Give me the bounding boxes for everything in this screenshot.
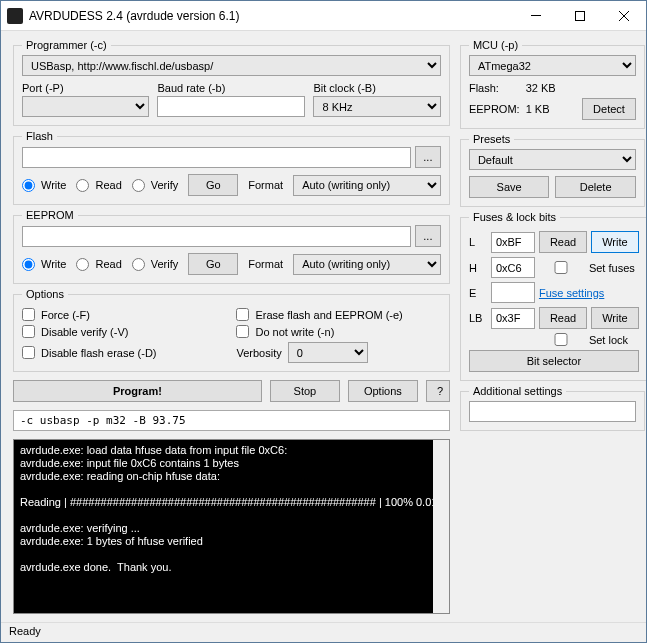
options-button[interactable]: Options [348,380,418,402]
mcu-flash-label: Flash: [469,82,520,94]
lock-read-button[interactable]: Read [539,307,587,329]
flash-read-radio[interactable]: Read [76,179,121,192]
eeprom-legend: EEPROM [22,209,78,221]
preset-delete-button[interactable]: Delete [555,176,636,198]
fuse-e-input[interactable] [491,282,535,303]
mcu-flash-value: 32 KB [526,82,576,94]
eeprom-format-label: Format [248,258,283,270]
verbosity-label: Verbosity [236,347,281,359]
disable-verify-checkbox[interactable]: Disable verify (-V) [22,325,226,338]
flash-write-radio[interactable]: Write [22,179,66,192]
minimize-button[interactable] [514,2,558,30]
svg-rect-0 [531,15,541,16]
programmer-legend: Programmer (-c) [22,39,111,51]
fuses-legend: Fuses & lock bits [469,211,560,223]
mcu-eeprom-label: EEPROM: [469,103,520,115]
eeprom-format-select[interactable]: Auto (writing only) [293,254,441,275]
eeprom-browse-button[interactable]: ... [415,225,441,247]
fuse-h-label: H [469,262,487,274]
programmer-select[interactable]: USBasp, http://www.fischl.de/usbasp/ [22,55,441,76]
help-button[interactable]: ? [426,380,450,402]
bit-selector-button[interactable]: Bit selector [469,350,639,372]
flash-go-button[interactable]: Go [188,174,238,196]
eeprom-write-radio[interactable]: Write [22,258,66,271]
programmer-group: Programmer (-c) USBasp, http://www.fisch… [13,39,450,126]
maximize-button[interactable] [558,2,602,30]
window-title: AVRDUDESS 2.4 (avrdude version 6.1) [29,9,514,23]
flash-format-select[interactable]: Auto (writing only) [293,175,441,196]
verbosity-select[interactable]: 0 [288,342,368,363]
baud-label: Baud rate (-b) [157,82,305,94]
additional-legend: Additional settings [469,385,566,397]
console-scrollbar[interactable] [433,440,449,613]
console-output[interactable]: avrdude.exe: load data hfuse data from i… [13,439,450,614]
fuse-settings-link[interactable]: Fuse settings [539,287,639,299]
detect-button[interactable]: Detect [582,98,636,120]
eeprom-read-radio[interactable]: Read [76,258,121,271]
svg-rect-1 [576,11,585,20]
flash-format-label: Format [248,179,283,191]
port-select[interactable] [22,96,149,117]
mcu-select[interactable]: ATmega32 [469,55,636,76]
fuse-write-button[interactable]: Write [591,231,639,253]
status-bar: Ready [1,622,646,642]
fuse-h-input[interactable] [491,257,535,278]
port-label: Port (-P) [22,82,149,94]
flash-group: Flash ... Write Read Verify Go Format Au… [13,130,450,205]
mcu-legend: MCU (-p) [469,39,522,51]
bitclock-label: Bit clock (-B) [313,82,440,94]
options-group: Options Force (-F) Erase flash and EEPRO… [13,288,450,372]
set-fuses-checkbox[interactable]: Set fuses [539,261,639,274]
fuse-read-button[interactable]: Read [539,231,587,253]
presets-select[interactable]: Default [469,149,636,170]
mcu-group: MCU (-p) ATmega32 Flash: 32 KB EEPROM: 1… [460,39,645,129]
close-button[interactable] [602,2,646,30]
erase-checkbox[interactable]: Erase flash and EEPROM (-e) [236,308,440,321]
eeprom-file-input[interactable] [22,226,411,247]
presets-group: Presets Default Save Delete [460,133,645,207]
flash-legend: Flash [22,130,57,142]
eeprom-verify-radio[interactable]: Verify [132,258,179,271]
fuses-group: Fuses & lock bits L Read Write H Set fus… [460,211,646,381]
additional-input[interactable] [469,401,636,422]
baud-input[interactable] [157,96,305,117]
no-write-checkbox[interactable]: Do not write (-n) [236,325,440,338]
preset-save-button[interactable]: Save [469,176,550,198]
lock-write-button[interactable]: Write [591,307,639,329]
additional-group: Additional settings [460,385,645,431]
app-icon [7,8,23,24]
presets-legend: Presets [469,133,514,145]
set-lock-checkbox[interactable]: Set lock [539,333,639,346]
fuse-l-input[interactable] [491,232,535,253]
titlebar: AVRDUDESS 2.4 (avrdude version 6.1) [1,1,646,31]
eeprom-go-button[interactable]: Go [188,253,238,275]
fuse-lb-input[interactable] [491,308,535,329]
flash-file-input[interactable] [22,147,411,168]
stop-button[interactable]: Stop [270,380,340,402]
program-button[interactable]: Program! [13,380,262,402]
force-checkbox[interactable]: Force (-F) [22,308,226,321]
mcu-eeprom-value: 1 KB [526,103,576,115]
options-legend: Options [22,288,68,300]
command-line: -c usbasp -p m32 -B 93.75 [13,410,450,431]
fuse-l-label: L [469,236,487,248]
disable-flash-erase-checkbox[interactable]: Disable flash erase (-D) [22,342,226,363]
fuse-e-label: E [469,287,487,299]
flash-verify-radio[interactable]: Verify [132,179,179,192]
bitclock-select[interactable]: 8 KHz [313,96,440,117]
flash-browse-button[interactable]: ... [415,146,441,168]
fuse-lb-label: LB [469,312,487,324]
eeprom-group: EEPROM ... Write Read Verify Go Format A… [13,209,450,284]
